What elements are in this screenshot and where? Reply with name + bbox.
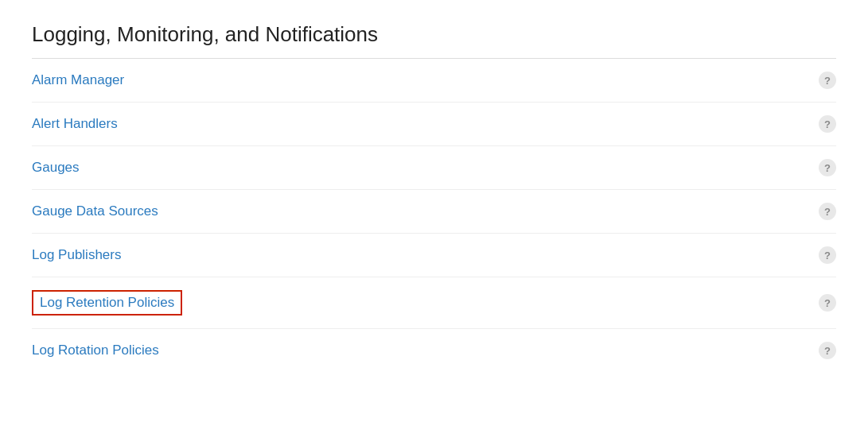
menu-item-log-rotation-policies[interactable]: Log Rotation Policies?: [32, 329, 836, 372]
menu-item-link-alert-handlers[interactable]: Alert Handlers: [32, 116, 118, 131]
menu-item-log-retention-policies[interactable]: Log Retention Policies?: [32, 277, 836, 329]
menu-item-log-publishers[interactable]: Log Publishers?: [32, 234, 836, 277]
help-icon-log-publishers[interactable]: ?: [819, 246, 836, 264]
help-icon-alert-handlers[interactable]: ?: [819, 115, 836, 133]
menu-item-gauges[interactable]: Gauges?: [32, 146, 836, 190]
menu-item-alert-handlers[interactable]: Alert Handlers?: [32, 103, 836, 146]
help-icon-alarm-manager[interactable]: ?: [819, 72, 836, 89]
menu-list: Alarm Manager?Alert Handlers?Gauges?Gaug…: [32, 59, 836, 372]
menu-item-link-wrapper-log-publishers: Log Publishers: [32, 247, 121, 263]
menu-item-link-gauges[interactable]: Gauges: [32, 160, 80, 175]
menu-item-link-wrapper-log-rotation-policies: Log Rotation Policies: [32, 343, 159, 358]
menu-item-link-wrapper-alert-handlers: Alert Handlers: [32, 116, 118, 132]
help-icon-log-retention-policies[interactable]: ?: [819, 294, 836, 312]
help-icon-log-rotation-policies[interactable]: ?: [819, 342, 836, 359]
menu-item-gauge-data-sources[interactable]: Gauge Data Sources?: [32, 190, 836, 234]
menu-item-link-log-retention-policies[interactable]: Log Retention Policies: [40, 295, 174, 310]
menu-item-link-wrapper-log-retention-policies: Log Retention Policies: [32, 290, 182, 316]
menu-item-link-log-publishers[interactable]: Log Publishers: [32, 247, 121, 262]
help-icon-gauge-data-sources[interactable]: ?: [819, 203, 836, 220]
page-title: Logging, Monitoring, and Notifications: [32, 22, 836, 47]
menu-item-link-alarm-manager[interactable]: Alarm Manager: [32, 72, 124, 87]
menu-item-link-wrapper-gauge-data-sources: Gauge Data Sources: [32, 203, 158, 219]
help-icon-gauges[interactable]: ?: [819, 159, 836, 176]
menu-item-alarm-manager[interactable]: Alarm Manager?: [32, 59, 836, 103]
page-container: Logging, Monitoring, and Notifications A…: [0, 0, 868, 394]
menu-item-link-log-rotation-policies[interactable]: Log Rotation Policies: [32, 343, 159, 358]
menu-item-link-wrapper-gauges: Gauges: [32, 160, 80, 176]
menu-item-link-wrapper-alarm-manager: Alarm Manager: [32, 72, 124, 88]
menu-item-link-gauge-data-sources[interactable]: Gauge Data Sources: [32, 203, 158, 219]
